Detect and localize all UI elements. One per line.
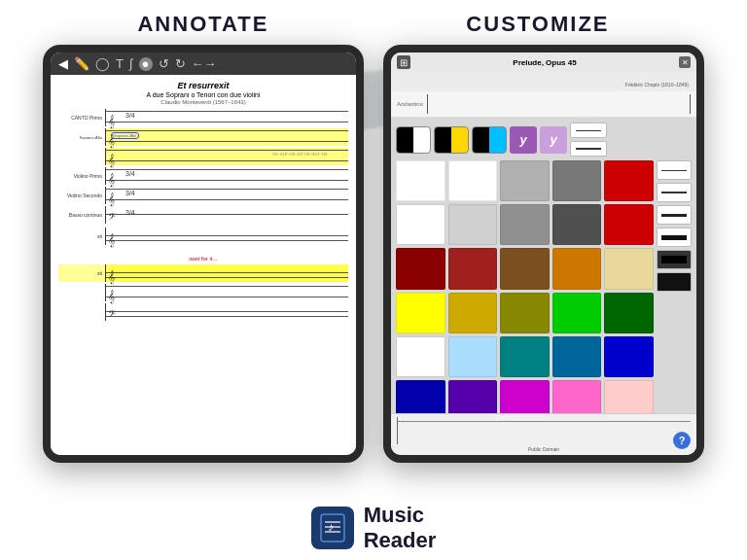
swatch-black-yellow[interactable] xyxy=(434,126,469,154)
swatch-blue[interactable] xyxy=(604,336,654,377)
customize-title: CUSTOMIZE xyxy=(466,12,609,37)
brand-text: Music Reader xyxy=(364,503,437,552)
prelude-title: Prelude, Opus 45 xyxy=(414,58,675,67)
basso-lines: 𝄢 3/4 xyxy=(105,206,348,224)
customize-tablet: Prelude, Opus 45 ✕ Frédéric Chopin (1810… xyxy=(383,45,704,463)
violin2-label: Violino Secondo xyxy=(58,192,105,198)
staff-lines: 𝄞 3/4 xyxy=(105,109,348,126)
grid-button[interactable] xyxy=(397,55,410,69)
circle-tool-icon[interactable]: ● xyxy=(139,57,153,71)
bottom-preview: Public Domain xyxy=(391,413,696,455)
swatch-orange[interactable] xyxy=(552,248,602,289)
swatch-red[interactable] xyxy=(604,160,654,201)
violin1-label: Violino Primo xyxy=(58,173,105,179)
swatch-magenta[interactable] xyxy=(500,380,550,413)
staff-row-canto: CANTO Primo 𝄞 3/4 xyxy=(58,109,348,126)
swatch-brown[interactable] xyxy=(500,248,550,289)
swatch-white[interactable] xyxy=(396,160,445,201)
line-width-5[interactable] xyxy=(657,250,692,269)
customize-header: Prelude, Opus 45 ✕ xyxy=(391,52,696,72)
staff-lines-highlighted: 𝄞 Soprano-Alto xyxy=(105,128,348,146)
swatch-pink[interactable] xyxy=(552,380,602,413)
annotate-title: ANNOTATE xyxy=(137,12,268,37)
swatch-dark-green[interactable] xyxy=(604,293,654,333)
swatch-white3[interactable] xyxy=(396,204,445,245)
swatch-black-cyan[interactable] xyxy=(472,126,507,154)
soprano-pill: Soprano-Alto xyxy=(111,132,139,139)
swatch-white4[interactable] xyxy=(396,336,445,377)
line-swatch-1[interactable] xyxy=(570,122,607,138)
andantino-label: Andantino xyxy=(397,101,423,107)
help-button[interactable]: ? xyxy=(673,432,691,449)
color-picker-area: y y xyxy=(391,118,696,413)
swatch-purple[interactable] xyxy=(448,380,498,413)
swatch-crimson[interactable] xyxy=(448,248,498,289)
arrow-icon[interactable]: ←→ xyxy=(192,56,217,71)
bottom-row-2: 𝄞 xyxy=(58,284,348,301)
text-icon[interactable]: T xyxy=(116,56,124,71)
swatch-gray-light[interactable] xyxy=(500,160,550,201)
annotate-content: Et resurrexit A due Soprani o Tenori con… xyxy=(51,75,356,455)
swatch-teal[interactable] xyxy=(500,336,550,377)
swatch-olive[interactable] xyxy=(500,293,550,333)
bottom-lines-3: 𝄢 xyxy=(105,303,348,321)
section-headers: ANNOTATE CUSTOMIZE xyxy=(0,0,747,45)
y-label-light-purple[interactable]: y xyxy=(540,126,567,154)
line-width-6[interactable] xyxy=(657,272,692,292)
pencil-icon[interactable]: ✏️ xyxy=(74,56,89,71)
swatch-red2[interactable] xyxy=(604,204,654,245)
eraser-icon[interactable]: ◯ xyxy=(95,56,110,71)
staff-row-s2: 𝄞 re-sur-re-xit re-sur-re- xyxy=(58,148,348,165)
score-preview-row: Andantino xyxy=(397,94,691,114)
line-width-1[interactable] xyxy=(657,160,692,180)
swatch-gray-mid[interactable] xyxy=(552,160,602,201)
tablets-row: ◀ ✏️ ◯ T ∫ ● ↺ ↻ ←→ Et resurrexit A due … xyxy=(0,45,747,493)
bottom-hl-label: xit xyxy=(58,270,105,276)
line-width-column xyxy=(657,160,692,413)
prelude-title-area: Prelude, Opus 45 xyxy=(414,58,675,67)
bottom-lines-2: 𝄞 xyxy=(105,284,348,301)
color-swatches-grid xyxy=(396,160,654,413)
swatch-light-blue[interactable] xyxy=(448,336,498,377)
line-swatch-2[interactable] xyxy=(570,141,607,157)
swatch-green[interactable] xyxy=(552,293,602,333)
swatch-light-pink[interactable] xyxy=(604,380,654,413)
swatch-black-white[interactable] xyxy=(396,126,431,154)
close-button[interactable]: ✕ xyxy=(679,56,691,68)
svg-text:♪: ♪ xyxy=(328,520,334,534)
swatch-steel-blue[interactable] xyxy=(552,336,602,377)
line-width-2[interactable] xyxy=(657,183,692,202)
staff-row-basso: Basso continuo 𝄢 3/4 xyxy=(58,206,348,224)
score-subtitle: A due Soprani o Tenori con due violini xyxy=(58,91,348,98)
back-icon[interactable]: ◀ xyxy=(58,56,68,71)
swatch-dark-red[interactable] xyxy=(396,248,445,289)
swatch-gold[interactable] xyxy=(448,293,498,333)
bottom-highlighted-1: xit 𝄞 xyxy=(58,264,348,282)
brand-logo-icon: ♪ xyxy=(319,512,346,543)
swatch-navy[interactable] xyxy=(396,380,445,413)
main-container: 🎵 ANNOTATE CUSTOMIZE ◀ ✏️ ◯ T ∫ ● ↺ ↻ ←→ xyxy=(0,0,747,560)
slur-icon[interactable]: ∫ xyxy=(129,56,133,71)
customize-screen: Prelude, Opus 45 ✕ Frédéric Chopin (1810… xyxy=(391,52,696,455)
swatch-gray2[interactable] xyxy=(448,204,498,245)
brand-sub: Reader xyxy=(364,528,437,552)
swatch-white2[interactable] xyxy=(448,160,498,201)
swatch-dark-gray[interactable] xyxy=(552,204,602,245)
y-label-purple[interactable]: y xyxy=(510,126,537,154)
branding: ♪ Music Reader xyxy=(311,493,437,560)
line-width-4[interactable] xyxy=(657,228,692,247)
bottom-lines-1: 𝄞 xyxy=(105,228,348,245)
swatch-gray3[interactable] xyxy=(500,204,550,245)
swatch-yellow[interactable] xyxy=(396,293,445,333)
top-score-preview: Andantino xyxy=(391,91,696,118)
redo-icon[interactable]: ↻ xyxy=(175,56,186,71)
undo-icon[interactable]: ↺ xyxy=(159,56,169,71)
swatch-tan[interactable] xyxy=(604,248,654,289)
violin2-lines: 𝄞 3/4 xyxy=(105,187,348,204)
staff-row-violin2: Violino Secondo 𝄞 3/4 xyxy=(58,187,348,204)
composer-text: Frédéric Chopin (1810–1849) xyxy=(625,82,689,88)
staff-row-soprano: Soprano-Alto 𝄞 Soprano-Alto xyxy=(58,128,348,146)
composer-credit: Frédéric Chopin (1810–1849) xyxy=(391,72,696,91)
special-items-row: y y xyxy=(396,122,692,157)
line-width-3[interactable] xyxy=(657,205,692,225)
